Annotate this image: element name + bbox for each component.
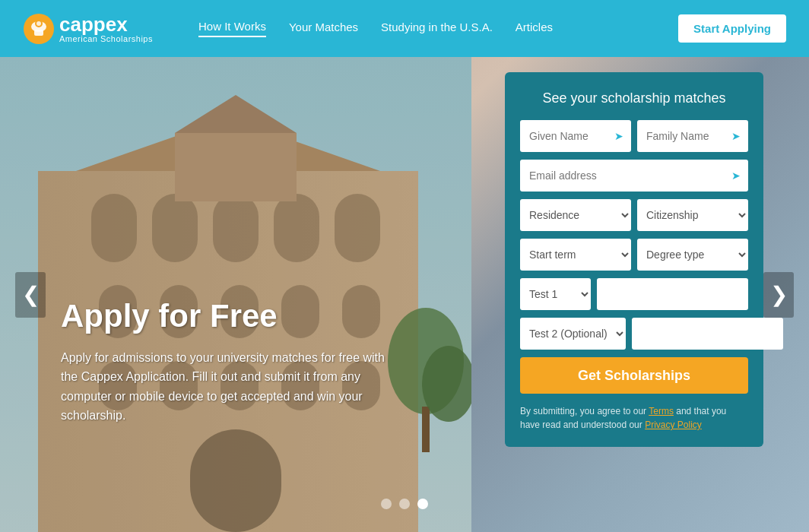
name-row: ➤ ➤ <box>520 120 748 152</box>
nav-articles[interactable]: Articles <box>516 21 553 36</box>
residence-citizenship-row: Residence Citizenship <box>520 199 748 231</box>
carousel-dot-2[interactable] <box>399 499 410 509</box>
email-input[interactable] <box>520 160 748 192</box>
carousel-dot-3[interactable] <box>417 499 428 509</box>
degree-type-select[interactable]: Degree type <box>637 239 748 271</box>
test1-select[interactable]: Test 1 <box>520 278 591 310</box>
carousel-next-button[interactable]: ❯ <box>763 272 794 318</box>
svg-rect-2 <box>34 30 43 36</box>
email-icon: ➤ <box>731 169 741 182</box>
hero-description: Apply for admissions to your university … <box>61 348 388 426</box>
test1-score-input[interactable] <box>597 278 748 310</box>
term-degree-row: Start term Degree type <box>520 239 748 271</box>
test2-score-input[interactable] <box>632 318 783 350</box>
nav-how-it-works[interactable]: How It Works <box>198 20 266 37</box>
logo-subtitle: American Scholarships <box>59 34 153 43</box>
nav-studying[interactable]: Studying in the U.S.A. <box>381 21 493 36</box>
hero-title: Apply for Free <box>61 298 388 334</box>
logo-name: cappex <box>59 14 153 34</box>
form-legal-text: By submitting, you agree to our Terms an… <box>520 404 748 432</box>
get-scholarships-button[interactable]: Get Scholarships <box>520 357 748 394</box>
chevron-right-icon: ❯ <box>770 282 788 307</box>
carousel-dots <box>381 499 428 509</box>
svg-rect-30 <box>0 57 471 532</box>
legal-text-1: By submitting, you agree to our <box>520 406 649 416</box>
email-field-wrapper: ➤ <box>520 160 748 192</box>
terms-link[interactable]: Terms <box>649 406 674 416</box>
privacy-policy-link[interactable]: Privacy Policy <box>645 420 702 430</box>
residence-select[interactable]: Residence <box>520 199 631 231</box>
carousel-dot-1[interactable] <box>381 499 392 509</box>
logo: cappex American Scholarships <box>23 13 153 45</box>
chevron-left-icon: ❮ <box>22 282 40 307</box>
header: cappex American Scholarships How It Work… <box>0 0 809 57</box>
svg-point-4 <box>36 21 41 26</box>
email-row: ➤ <box>520 160 748 192</box>
scholarship-form-card: See your scholarship matches ➤ ➤ ➤ Resid… <box>505 72 763 447</box>
building-illustration <box>0 57 471 532</box>
test1-row: Test 1 <box>520 278 748 310</box>
carousel-prev-button[interactable]: ❮ <box>15 272 46 318</box>
hero-text-block: Apply for Free Apply for admissions to y… <box>61 298 388 426</box>
family-name-icon: ➤ <box>731 130 741 142</box>
form-title: See your scholarship matches <box>520 90 748 106</box>
logo-icon <box>23 13 55 45</box>
given-name-icon: ➤ <box>614 130 623 142</box>
start-term-select[interactable]: Start term <box>520 239 631 271</box>
start-applying-button[interactable]: Start Applying <box>678 14 786 43</box>
test2-select[interactable]: Test 2 (Optional) <box>520 318 626 350</box>
family-name-field-wrapper: ➤ <box>637 120 748 152</box>
main-nav: How It Works Your Matches Studying in th… <box>198 20 678 37</box>
test2-row: Test 2 (Optional) <box>520 318 748 350</box>
given-name-field-wrapper: ➤ <box>520 120 631 152</box>
citizenship-select[interactable]: Citizenship <box>637 199 748 231</box>
hero-section: Apply for Free Apply for admissions to y… <box>0 57 809 532</box>
nav-your-matches[interactable]: Your Matches <box>289 21 358 36</box>
